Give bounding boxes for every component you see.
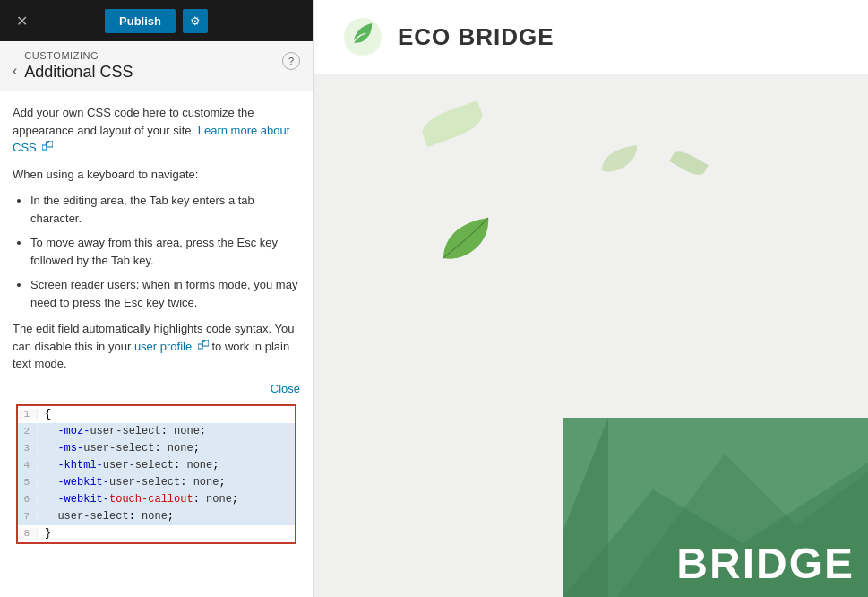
right-panel: ECO BRIDGE [314,0,868,597]
bottom-card: BRIDGE [563,418,868,597]
code-line-5: 5 -webkit-user-select: none; [18,474,295,491]
code-editor[interactable]: 1 { 2 -moz-user-select: none; 3 -ms-user… [16,404,296,544]
line-number: 2 [18,426,38,437]
leaf-decoration-1 [418,100,486,147]
close-button[interactable]: ✕ [11,10,32,31]
code-line-4: 4 -khtml-user-select: none; [18,457,295,474]
list-item: Screen reader users: when in forms mode,… [30,276,300,311]
external-link-icon [42,139,53,157]
settings-button[interactable]: ⚙ [183,9,208,33]
user-profile-link[interactable]: user profile [134,340,192,353]
line-content: } [38,527,51,540]
customizing-label: Customizing [24,50,275,61]
left-panel: ✕ Publish ⚙ ‹ Customizing Additional CSS… [0,0,314,597]
close-link[interactable]: Close [13,382,300,395]
code-line-7: 7 user-select: none; [18,508,295,525]
line-content: { [38,408,51,420]
panel-header-text: Customizing Additional CSS [24,50,275,82]
back-button[interactable]: ‹ [13,63,17,79]
intro-text: Add your own CSS code here to customize … [13,104,300,157]
line-content: user-select: none; [38,510,295,523]
edit-field-text: The edit field automatically highlights … [13,320,300,373]
line-number: 8 [18,528,38,539]
line-number: 1 [18,409,38,420]
leaf-decoration-3 [439,213,497,265]
line-number: 7 [18,511,38,522]
leaf-decoration-4 [599,142,644,176]
panel-title: Additional CSS [24,63,275,82]
line-content: -webkit-user-select: none; [38,476,295,489]
line-content: -webkit-touch-callout: none; [38,493,295,506]
line-number: 4 [18,460,38,471]
leaf-decoration-2 [669,147,709,179]
code-line-8: 8 } [18,525,295,542]
bullet-list: In the editing area, the Tab key enters … [13,192,300,311]
external-link-icon-2 [198,338,209,356]
hero-section: BRIDGE [314,74,868,597]
bottom-card-text: BRIDGE [676,539,855,588]
top-bar: ✕ Publish ⚙ [0,0,313,41]
code-lines: 1 { 2 -moz-user-select: none; 3 -ms-user… [18,406,295,542]
preview-area: ECO BRIDGE [314,0,868,597]
svg-rect-2 [202,340,209,346]
line-number: 6 [18,494,38,505]
svg-rect-0 [47,141,53,147]
list-item: To move away from this area, press the E… [30,234,300,269]
line-number: 3 [18,443,38,454]
site-header: ECO BRIDGE [314,0,868,74]
logo-icon [340,14,385,59]
publish-button[interactable]: Publish [105,9,176,33]
code-line-2: 2 -moz-user-select: none; [18,423,295,440]
code-line-6: 6 -webkit-touch-callout: none; [18,491,295,508]
line-number: 5 [18,477,38,488]
line-content: -ms-user-select: none; [38,442,295,454]
code-line-3: 3 -ms-user-select: none; [18,440,295,457]
panel-header: ‹ Customizing Additional CSS ? [0,41,313,91]
keyboard-nav-label: When using a keyboard to navigate: [13,166,300,184]
panel-content: Add your own CSS code here to customize … [0,91,313,597]
line-content: -khtml-user-select: none; [38,459,295,472]
line-content: -moz-user-select: none; [38,425,295,437]
help-button[interactable]: ? [282,52,300,70]
list-item: In the editing area, the Tab key enters … [30,192,300,227]
site-name: ECO BRIDGE [398,23,554,51]
code-line-1: 1 { [18,406,295,423]
